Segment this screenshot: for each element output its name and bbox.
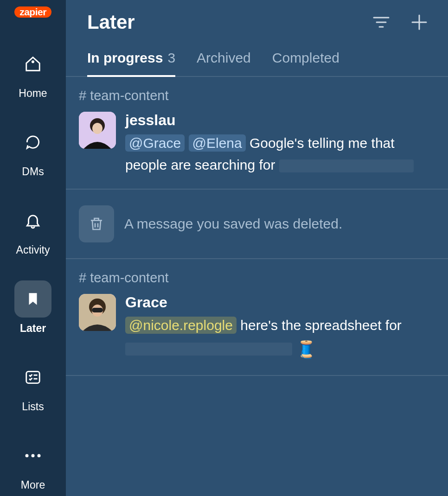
nav-label: Home	[19, 87, 47, 100]
message-text: @Grace @Elena Google's telling me that p…	[125, 133, 435, 176]
tab-count: 3	[167, 50, 175, 66]
later-item-deleted[interactable]: A message you saved was deleted.	[66, 190, 448, 259]
plus-icon	[411, 14, 427, 30]
trash-icon	[88, 215, 105, 233]
redacted-text	[125, 343, 292, 356]
later-item[interactable]: # team-content jesslau @Grace @Elena Goo…	[66, 77, 448, 190]
svg-rect-20	[92, 308, 103, 312]
more-icon	[24, 453, 42, 458]
nav-more[interactable]: More	[14, 437, 51, 491]
mention-self[interactable]: @nicole.replogle	[125, 317, 237, 334]
svg-point-4	[26, 454, 29, 458]
nav-dms[interactable]: DMs	[14, 124, 51, 178]
svg-point-5	[32, 454, 35, 458]
mention[interactable]: @Elena	[189, 134, 246, 152]
thread-emoji: 🧵	[296, 337, 317, 362]
home-icon	[24, 55, 42, 73]
nav-label: DMs	[22, 165, 44, 178]
tab-in-progress[interactable]: In progress 3	[87, 50, 175, 77]
later-list: # team-content jesslau @Grace @Elena Goo…	[66, 77, 448, 496]
avatar	[79, 112, 116, 149]
nav-later[interactable]: Later	[14, 280, 51, 335]
svg-point-6	[38, 454, 41, 458]
nav-home[interactable]: Home	[14, 45, 51, 100]
nav-label: Lists	[22, 401, 44, 413]
dms-icon	[24, 134, 42, 151]
tab-label: Completed	[272, 50, 339, 66]
nav-label: Later	[20, 322, 46, 335]
page-title: Later	[87, 11, 135, 33]
message-author: jesslau	[125, 112, 435, 129]
svg-point-0	[32, 61, 33, 63]
svg-rect-1	[26, 371, 40, 383]
tab-label: In progress	[87, 50, 163, 66]
later-item[interactable]: # team-content Grace @nicole.replogle he…	[66, 259, 448, 376]
filter-button[interactable]	[371, 12, 391, 32]
mention[interactable]: @Grace	[125, 134, 185, 152]
trash-icon-box	[79, 205, 114, 242]
add-button[interactable]	[409, 12, 429, 32]
tab-archived[interactable]: Archived	[197, 50, 251, 76]
main-panel: Later In progress 3 Archived Completed	[66, 0, 448, 496]
redacted-text	[279, 159, 414, 172]
tabs: In progress 3 Archived Completed	[66, 37, 448, 77]
lists-icon	[24, 369, 42, 386]
message-text: @nicole.replogle here's the spreadsheet …	[125, 315, 435, 362]
workspace-badge[interactable]: zapier	[14, 6, 51, 18]
nav-label: Activity	[16, 244, 50, 256]
avatar	[79, 294, 116, 331]
nav-lists[interactable]: Lists	[14, 359, 51, 413]
bell-icon	[24, 212, 42, 229]
filter-icon	[373, 16, 390, 29]
tab-label: Archived	[197, 50, 251, 66]
bookmark-icon	[25, 290, 41, 308]
header: Later	[66, 0, 448, 37]
nav-label: More	[21, 479, 45, 491]
deleted-message-text: A message you saved was deleted.	[124, 216, 342, 232]
nav-activity[interactable]: Activity	[14, 202, 51, 256]
message-author: Grace	[125, 294, 435, 311]
svg-point-14	[92, 123, 102, 134]
tab-completed[interactable]: Completed	[272, 50, 339, 76]
left-sidebar: zapier Home DMs Activity La	[0, 0, 66, 496]
channel-name: # team-content	[79, 88, 435, 103]
channel-name: # team-content	[79, 270, 435, 286]
